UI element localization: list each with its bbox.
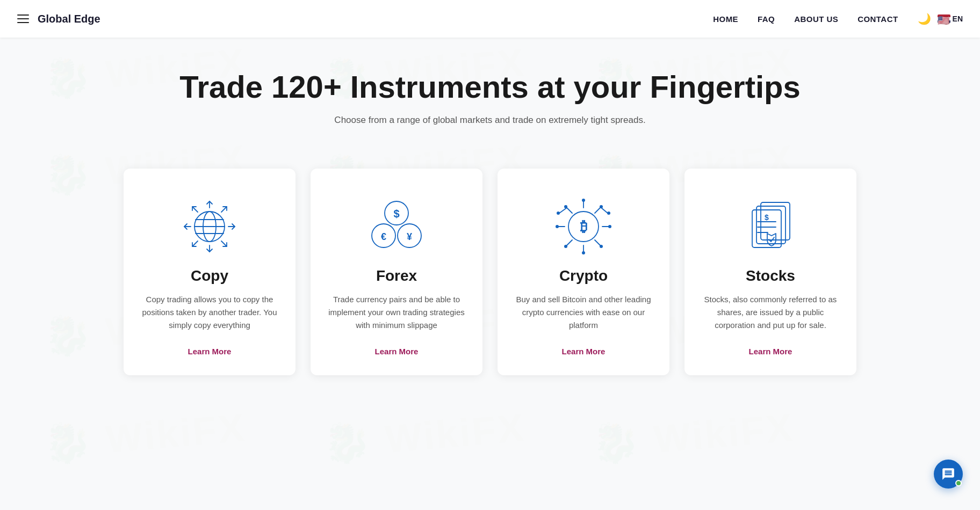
- copy-icon: [177, 197, 242, 256]
- svg-text:₿: ₿: [580, 218, 587, 235]
- card-stocks-desc: Stocks, also commonly referred to as sha…: [700, 293, 841, 332]
- svg-point-26: [556, 225, 559, 228]
- nav-links: HOME FAQ ABOUT US CONTACT 🌙 🇺🇸 EN: [713, 12, 963, 25]
- svg-line-37: [559, 208, 567, 213]
- nav-contact[interactable]: CONTACT: [857, 14, 898, 24]
- svg-point-34: [564, 245, 567, 248]
- card-forex: $ € ¥ Forex Trade currency pairs and be …: [311, 169, 482, 375]
- brand-name: Global Edge: [38, 13, 100, 25]
- hero-section: Trade 120+ Instruments at your Fingertip…: [0, 38, 980, 147]
- svg-point-28: [608, 225, 611, 228]
- crypto-icon-area: ₿: [549, 194, 618, 259]
- svg-line-9: [192, 207, 198, 212]
- hamburger-menu[interactable]: [17, 14, 29, 23]
- card-crypto-desc: Buy and sell Bitcoin and other leading c…: [513, 293, 654, 332]
- chat-icon: [941, 467, 955, 481]
- cards-section: Copy Copy trading allows you to copy the…: [0, 147, 980, 407]
- card-forex-learn-more[interactable]: Learn More: [375, 347, 419, 356]
- navbar: Global Edge HOME FAQ ABOUT US CONTACT 🌙 …: [0, 0, 980, 38]
- hero-title: Trade 120+ Instruments at your Fingertip…: [21, 70, 959, 104]
- svg-point-24: [582, 251, 585, 254]
- card-crypto-learn-more[interactable]: Learn More: [562, 347, 606, 356]
- card-copy-learn-more[interactable]: Learn More: [188, 347, 232, 356]
- chat-button[interactable]: [934, 460, 963, 489]
- svg-line-31: [595, 208, 600, 213]
- svg-line-12: [221, 241, 227, 246]
- forex-icon-area: $ € ¥: [364, 194, 429, 259]
- card-forex-title: Forex: [376, 267, 417, 285]
- svg-line-29: [567, 208, 572, 213]
- card-copy: Copy Copy trading allows you to copy the…: [124, 169, 296, 375]
- svg-text:¥: ¥: [407, 231, 412, 242]
- stocks-icon: $: [738, 197, 803, 256]
- nav-icons: 🌙 🇺🇸 EN: [918, 12, 963, 25]
- svg-line-10: [221, 207, 227, 212]
- card-crypto-title: Crypto: [559, 267, 608, 285]
- svg-line-39: [601, 208, 608, 213]
- svg-point-38: [557, 212, 560, 215]
- forex-icon: $ € ¥: [364, 197, 429, 256]
- svg-point-22: [582, 199, 585, 202]
- card-copy-desc: Copy trading allows you to copy the posi…: [139, 293, 280, 332]
- svg-text:€: €: [381, 231, 386, 242]
- svg-line-33: [567, 240, 572, 245]
- hero-subtitle: Choose from a range of global markets an…: [329, 115, 651, 126]
- svg-text:$: $: [765, 213, 769, 222]
- lang-label: EN: [953, 14, 963, 23]
- svg-text:$: $: [393, 208, 399, 220]
- nav-about[interactable]: ABOUT US: [794, 14, 838, 24]
- stocks-icon-area: $: [738, 194, 803, 259]
- flag-icon: 🇺🇸: [938, 14, 950, 23]
- crypto-icon: ₿: [549, 197, 618, 256]
- card-forex-desc: Trade currency pairs and be able to impl…: [326, 293, 467, 332]
- card-stocks-title: Stocks: [746, 267, 795, 285]
- svg-line-11: [192, 241, 198, 246]
- svg-point-40: [607, 212, 610, 215]
- chat-online-indicator: [955, 480, 962, 486]
- copy-icon-area: [177, 194, 242, 259]
- svg-point-36: [600, 245, 603, 248]
- language-selector[interactable]: 🇺🇸 EN: [938, 14, 963, 23]
- dark-mode-toggle[interactable]: 🌙: [918, 12, 931, 25]
- card-stocks: $ Stocks Stocks, also commonly referred …: [684, 169, 856, 375]
- card-stocks-learn-more[interactable]: Learn More: [749, 347, 792, 356]
- card-copy-title: Copy: [191, 267, 228, 285]
- svg-line-35: [595, 240, 600, 245]
- nav-home[interactable]: HOME: [713, 14, 738, 24]
- nav-left: Global Edge: [17, 13, 100, 25]
- card-crypto: ₿: [498, 169, 669, 375]
- nav-faq[interactable]: FAQ: [758, 14, 775, 24]
